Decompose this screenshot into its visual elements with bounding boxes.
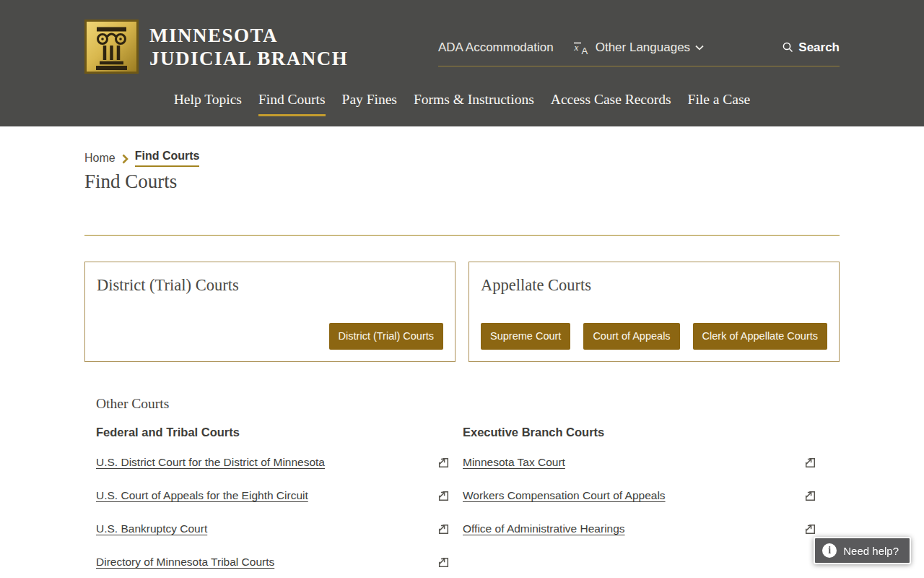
district-trial-courts-card: District (Trial) Courts District (Trial)… [84, 262, 456, 362]
breadcrumb-home-link[interactable]: Home [84, 152, 116, 165]
list-item: Directory of Minnesota Tribal Courts [96, 545, 450, 578]
nav-item-access-case-records[interactable]: Access Case Records [551, 92, 671, 116]
breadcrumb: Home Find Courts [84, 126, 840, 167]
nav-item-help-topics[interactable]: Help Topics [174, 92, 242, 116]
brand-name-line1: MINNESOTA [149, 24, 348, 47]
court-cards: District (Trial) Courts District (Trial)… [84, 262, 840, 362]
list-item: U.S. Court of Appeals for the Eighth Cir… [96, 479, 450, 512]
column-heading-federal-tribal: Federal and Tribal Courts [96, 426, 450, 441]
other-languages-menu[interactable]: x A Other Languages [572, 40, 704, 56]
district-trial-courts-button[interactable]: District (Trial) Courts [329, 323, 443, 350]
breadcrumb-current[interactable]: Find Courts [135, 150, 200, 167]
workers-compensation-court-link[interactable]: Workers Compensation Court of Appeals [463, 489, 666, 502]
other-courts-section: Other Courts Federal and Tribal Courts U… [84, 394, 840, 578]
brand-name-line2: JUDICIAL BRANCH [149, 47, 348, 70]
search-icon [782, 41, 794, 53]
tribal-courts-directory-link[interactable]: Directory of Minnesota Tribal Courts [96, 556, 274, 569]
chevron-right-icon [122, 154, 128, 164]
column-heading-executive-branch: Executive Branch Courts [463, 426, 816, 441]
card-title-district: District (Trial) Courts [97, 276, 443, 295]
list-item: U.S. District Court for the District of … [96, 446, 450, 479]
nav-item-pay-fines[interactable]: Pay Fines [342, 92, 397, 116]
office-administrative-hearings-link[interactable]: Office of Administrative Hearings [463, 522, 625, 535]
page: { "brand": { "line1": "MINNESOTA", "line… [0, 0, 924, 578]
supreme-court-button[interactable]: Supreme Court [481, 323, 570, 350]
main-content: Home Find Courts Find Courts District (T… [84, 126, 840, 578]
us-district-court-link[interactable]: U.S. District Court for the District of … [96, 456, 325, 469]
site-header: MINNESOTA JUDICIAL BRANCH ADA Accommodat… [0, 0, 924, 126]
main-nav: Help Topics Find Courts Pay Fines Forms … [84, 92, 840, 116]
external-link-icon[interactable] [437, 457, 450, 469]
list-item: Workers Compensation Court of Appeals [463, 479, 816, 512]
external-link-icon[interactable] [804, 523, 816, 535]
other-courts-title: Other Courts [96, 394, 840, 414]
need-help-label: Need help? [843, 545, 899, 557]
utility-bar: ADA Accommodation x A Other Languages [438, 29, 840, 66]
svg-text:x: x [573, 42, 578, 53]
list-item: U.S. Bankruptcy Court [96, 512, 450, 545]
chevron-down-icon [695, 45, 704, 51]
external-link-icon[interactable] [437, 490, 450, 502]
card-title-appellate: Appellate Courts [481, 276, 827, 295]
column-pillar-icon [84, 20, 139, 74]
nav-item-file-a-case[interactable]: File a Case [688, 92, 751, 116]
us-bankruptcy-court-link[interactable]: U.S. Bankruptcy Court [96, 522, 207, 535]
brand-logo[interactable]: MINNESOTA JUDICIAL BRANCH [84, 20, 348, 74]
need-help-button[interactable]: i Need help? [814, 537, 911, 564]
nav-item-find-courts[interactable]: Find Courts [258, 92, 326, 116]
other-languages-label: Other Languages [596, 40, 690, 55]
search-button[interactable]: Search [782, 40, 840, 55]
svg-text:A: A [581, 46, 588, 56]
list-item: Minnesota Tax Court [463, 446, 816, 479]
court-of-appeals-button[interactable]: Court of Appeals [583, 323, 679, 350]
clerk-of-appellate-courts-button[interactable]: Clerk of Appellate Courts [693, 323, 827, 350]
external-link-icon[interactable] [804, 490, 816, 502]
divider-rule [84, 235, 840, 236]
us-court-of-appeals-link[interactable]: U.S. Court of Appeals for the Eighth Cir… [96, 489, 308, 502]
translate-icon: x A [572, 40, 590, 56]
appellate-courts-card: Appellate Courts Supreme Court Court of … [468, 262, 840, 362]
external-link-icon[interactable] [437, 523, 450, 535]
federal-tribal-courts-column: Federal and Tribal Courts U.S. District … [96, 426, 450, 578]
ada-accommodation-link[interactable]: ADA Accommodation [438, 40, 554, 55]
executive-branch-courts-column: Executive Branch Courts Minnesota Tax Co… [463, 426, 816, 578]
external-link-icon[interactable] [804, 457, 816, 469]
list-item: Office of Administrative Hearings [463, 512, 816, 545]
nav-item-forms-instructions[interactable]: Forms & Instructions [414, 92, 534, 116]
minnesota-tax-court-link[interactable]: Minnesota Tax Court [463, 456, 565, 469]
info-icon: i [822, 543, 837, 558]
external-link-icon[interactable] [437, 556, 450, 569]
page-title: Find Courts [84, 168, 840, 194]
search-label: Search [798, 40, 840, 55]
